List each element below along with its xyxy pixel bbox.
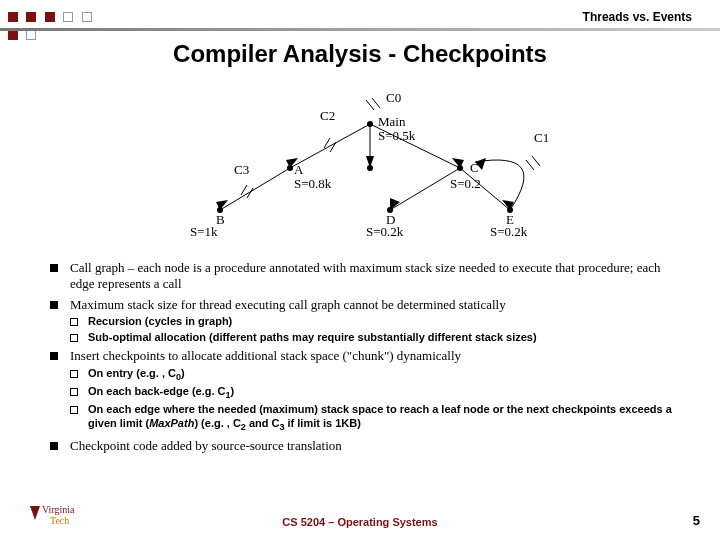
svg-line-14	[330, 142, 336, 152]
svg-marker-25	[390, 198, 400, 210]
label-c0: C0	[386, 90, 401, 106]
label-s02kd: S=0.2k	[366, 224, 403, 240]
header-rule	[0, 28, 720, 31]
svg-text:Virginia: Virginia	[42, 504, 75, 515]
header-label: Threads vs. Events	[583, 10, 692, 24]
sub-bullet: On each edge where the needed (maximum) …	[70, 403, 680, 433]
footer-text: CS 5204 – Operating Systems	[0, 516, 720, 528]
label-s05k: S=0.5k	[378, 128, 415, 144]
svg-line-17	[366, 100, 374, 110]
svg-line-19	[526, 160, 534, 170]
page-number: 5	[693, 513, 700, 528]
body-text: Call graph – each node is a procedure an…	[50, 260, 680, 458]
label-c: C	[470, 160, 479, 176]
sub-bullet: On entry (e.g. , C0)	[70, 367, 680, 383]
bullet-item: Maximum stack size for thread executing …	[50, 297, 680, 345]
label-s08k: S=0.8k	[294, 176, 331, 192]
sub-bullet: On each back-edge (e.g. C1)	[70, 385, 680, 401]
bullet-item: Insert checkpoints to allocate additiona…	[50, 348, 680, 433]
square-icon	[45, 12, 55, 22]
sub-bullet: Recursion (cycles in graph)	[70, 315, 680, 329]
square-icon	[26, 12, 36, 22]
label-s02ke: S=0.2k	[490, 224, 527, 240]
square-icon	[8, 12, 18, 22]
svg-line-15	[241, 185, 247, 195]
label-s02: S=0.2	[450, 176, 481, 192]
svg-line-20	[532, 156, 540, 166]
call-graph-diagram: C0 C2 Main S=0.5k C3 A S=0.8k C S=0.2 C1…	[190, 90, 550, 240]
bullet-text: Insert checkpoints to allocate additiona…	[70, 348, 461, 363]
slide-title: Compiler Analysis - Checkpoints	[0, 40, 720, 68]
square-outline-icon	[82, 12, 92, 22]
bullet-item: Checkpoint code added by source-source t…	[50, 438, 680, 454]
bullet-item: Call graph – each node is a procedure an…	[50, 260, 680, 293]
bullet-text: Maximum stack size for thread executing …	[70, 297, 506, 312]
square-outline-icon	[63, 12, 73, 22]
square-icon	[8, 30, 18, 40]
svg-marker-22	[366, 156, 374, 168]
sub-bullet: Sub-optimal allocation (different paths …	[70, 331, 680, 345]
slide: Threads vs. Events Compiler Analysis - C…	[0, 0, 720, 540]
label-c1: C1	[534, 130, 549, 146]
svg-line-3	[220, 168, 290, 210]
label-c3: C3	[234, 162, 249, 178]
square-outline-icon	[26, 30, 36, 40]
label-c2: C2	[320, 108, 335, 124]
decor-squares	[8, 8, 96, 44]
label-s1k: S=1k	[190, 224, 218, 240]
svg-line-18	[372, 98, 380, 108]
svg-point-6	[367, 121, 373, 127]
